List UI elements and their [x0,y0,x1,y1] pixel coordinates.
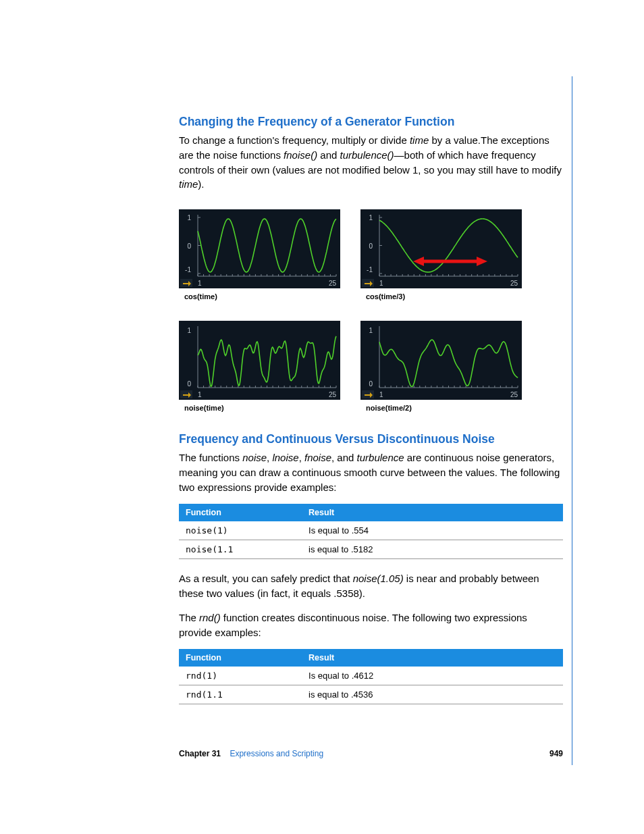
svg-text:25: 25 [329,280,337,287]
func-cell: noise(1.1 [179,540,302,559]
section2-para1: The functions noise, lnoise, fnoise, and… [179,450,563,494]
table-row: noise(1.1is equal to .5182 [179,540,563,559]
page-number: 949 [549,749,563,758]
chart-row-2: 12510 noise(time) 12510 noise(time/2) [179,321,563,427]
chart-cos-time-3: 12510-1 [360,209,522,288]
chart-caption: cos(time) [184,292,340,301]
result-cell: Is equal to .554 [302,521,563,540]
svg-text:0: 0 [369,380,373,388]
svg-text:1: 1 [198,280,202,287]
svg-text:0: 0 [187,380,191,388]
svg-text:1: 1 [379,391,383,398]
page-right-rule [572,76,572,765]
section2-para3: The rnd() function creates discontinuous… [179,610,563,640]
chart-row-1: 12510-1 cos(time) 12510-1 cos(time/3) [179,209,563,315]
chart-caption: noise(time) [184,404,340,412]
chart-noise-time: 12510 [179,321,340,400]
svg-marker-20 [477,257,487,266]
chart-caption: noise(time/2) [366,404,522,412]
result-cell: is equal to .4536 [302,685,563,704]
func-cell: rnd(1) [179,667,302,685]
svg-text:25: 25 [510,280,518,287]
svg-text:1: 1 [369,327,373,334]
svg-text:25: 25 [329,391,337,398]
chapter-number: Chapter 31 [179,749,221,758]
section-heading-2: Frequency and Continuous Versus Disconti… [179,432,563,446]
noise-table: Function Result noise(1)Is equal to .554… [179,504,563,559]
svg-text:1: 1 [187,327,191,334]
col-function: Function [179,504,302,521]
section1-para: To change a function's frequency, multip… [179,133,563,192]
col-function: Function [179,649,302,667]
svg-text:1: 1 [198,391,202,398]
svg-text:25: 25 [510,391,518,398]
col-result: Result [302,649,563,667]
result-cell: Is equal to .4612 [302,667,563,685]
rnd-table: Function Result rnd(1)Is equal to .4612r… [179,649,563,704]
func-cell: noise(1) [179,521,302,540]
col-result: Result [302,504,563,521]
result-cell: is equal to .5182 [302,540,563,559]
chart-caption: cos(time/3) [366,292,522,301]
svg-text:-1: -1 [185,266,191,273]
table-row: rnd(1.1is equal to .4536 [179,685,563,704]
svg-text:-1: -1 [367,266,373,273]
table-row: noise(1)Is equal to .554 [179,521,563,540]
chapter-title: Expressions and Scripting [230,749,323,758]
table-row: rnd(1)Is equal to .4612 [179,667,563,685]
svg-text:1: 1 [379,280,383,287]
section2-para2: As a result, you can safely predict that… [179,571,563,601]
chart-noise-time-2: 12510 [360,321,522,400]
page-footer: Chapter 31 Expressions and Scripting 949 [179,745,563,758]
svg-text:0: 0 [187,242,191,250]
svg-text:0: 0 [369,242,373,250]
svg-text:1: 1 [369,214,373,221]
func-cell: rnd(1.1 [179,685,302,704]
svg-text:1: 1 [187,214,191,221]
section-heading-1: Changing the Frequency of a Generator Fu… [179,115,563,129]
chart-cos-time: 12510-1 [179,209,340,288]
